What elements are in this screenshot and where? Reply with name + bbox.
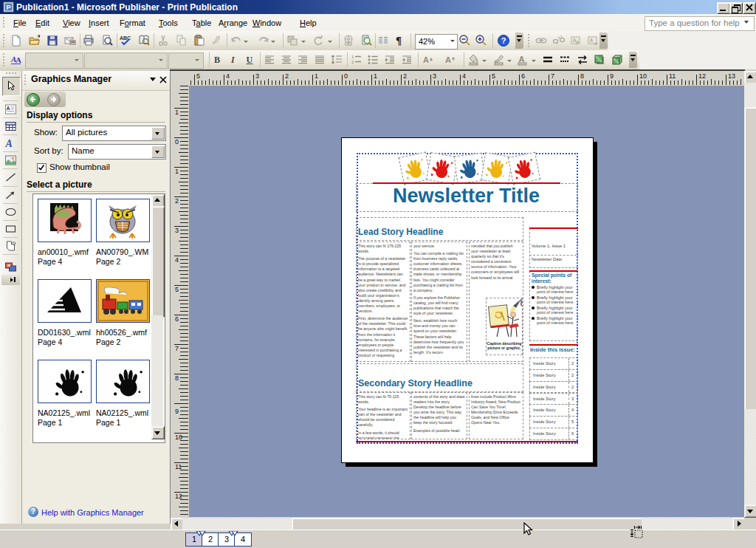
svg-text:A: A (590, 38, 594, 43)
svg-text:A: A (445, 55, 451, 64)
svg-text:A: A (5, 138, 13, 149)
svg-text:?: ? (501, 36, 506, 45)
svg-text:¶: ¶ (396, 35, 402, 47)
svg-text:P: P (6, 4, 10, 11)
svg-text:A: A (7, 106, 10, 111)
svg-text:A: A (519, 55, 525, 64)
svg-text:A: A (573, 38, 577, 43)
svg-text:1: 1 (351, 55, 354, 59)
svg-text:A: A (16, 55, 21, 64)
svg-text:A: A (423, 55, 429, 64)
svg-text:2: 2 (351, 60, 354, 64)
svg-text:I: I (230, 55, 236, 65)
svg-text:B: B (214, 55, 220, 65)
svg-text:U: U (247, 55, 253, 65)
